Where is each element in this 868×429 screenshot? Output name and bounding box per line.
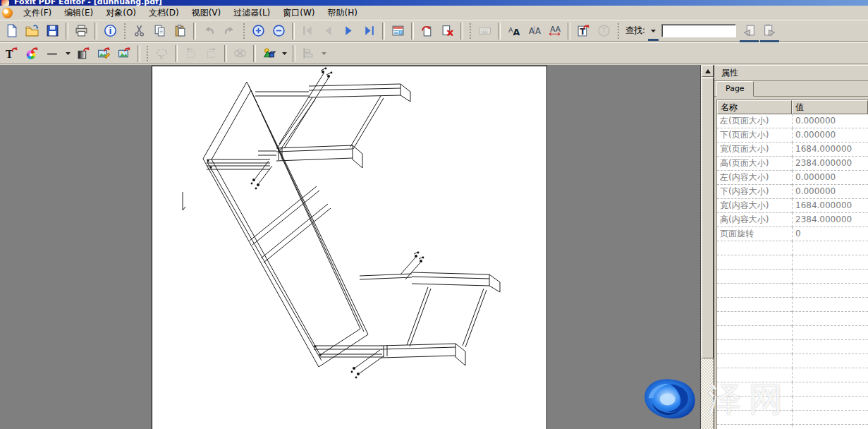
svg-text:T: T: [601, 27, 607, 35]
text-options-button[interactable]: T: [594, 22, 613, 40]
cut-button[interactable]: [130, 22, 149, 40]
redo-button[interactable]: [220, 22, 239, 40]
next-page-icon: [342, 24, 355, 37]
previous-page-button[interactable]: [319, 22, 338, 40]
document-info-button[interactable]: i: [101, 22, 120, 40]
property-row[interactable]: 左(页面大小)0.000000: [717, 114, 868, 128]
property-value[interactable]: 0.000000: [792, 114, 868, 128]
property-value[interactable]: 2384.000000: [792, 157, 868, 171]
cad-drawing: [152, 66, 546, 429]
menu-window[interactable]: 窗口(W): [276, 6, 321, 20]
undo-button[interactable]: [200, 22, 219, 40]
insert-color-object-button[interactable]: [23, 44, 42, 63]
paste-button[interactable]: [171, 22, 190, 40]
menu-filter[interactable]: 过滤器(L): [227, 6, 276, 20]
property-value[interactable]: 0.000000: [792, 171, 868, 185]
keyboard-input-button[interactable]: [475, 22, 494, 40]
property-value[interactable]: 0.000000: [792, 128, 868, 143]
property-value[interactable]: 1684.000000: [792, 143, 868, 157]
property-row[interactable]: 宽(页面大小)1684.000000: [717, 143, 868, 157]
delete-page-button[interactable]: [438, 22, 457, 40]
rotate-object-left-button[interactable]: [181, 44, 200, 63]
document-canvas[interactable]: [0, 65, 700, 429]
page-layout-button[interactable]: [389, 22, 408, 40]
new-document-button[interactable]: [2, 22, 21, 40]
zoom-in-button[interactable]: [249, 22, 268, 40]
find-previous-button[interactable]: [740, 22, 759, 40]
toolbar-separator: [293, 45, 295, 62]
add-text-icon: T: [577, 24, 590, 37]
menu-document[interactable]: 文档(D): [142, 6, 185, 20]
cut-icon: [133, 24, 146, 37]
add-text-button[interactable]: T: [574, 22, 593, 40]
property-row[interactable]: 下(内容大小)0.000000: [717, 185, 868, 199]
scroll-up-button[interactable]: [702, 65, 714, 77]
document-swirl-icon[interactable]: [2, 8, 13, 18]
next-page-button[interactable]: [339, 22, 358, 40]
align-dropdown[interactable]: [319, 46, 329, 61]
open-document-button[interactable]: [23, 22, 42, 40]
chevron-down-icon: [321, 49, 327, 59]
open-icon: [25, 24, 39, 37]
tab-page[interactable]: Page: [716, 81, 754, 97]
font-width-button[interactable]: AA: [545, 22, 564, 40]
property-row[interactable]: 页面旋转0: [717, 227, 868, 241]
vertical-scrollbar[interactable]: [700, 65, 714, 429]
font-pair-icon: AA: [527, 24, 541, 37]
property-row[interactable]: 下(页面大小)0.000000: [717, 128, 868, 143]
print-button[interactable]: [72, 22, 91, 40]
property-row[interactable]: 高(内容大小)2384.000000: [717, 213, 868, 227]
property-name: 宽(页面大小): [717, 143, 792, 157]
property-row[interactable]: 高(页面大小)2384.000000: [717, 157, 868, 171]
find-next-button[interactable]: [760, 22, 779, 40]
first-page-button[interactable]: [298, 22, 317, 40]
color-wheel-icon: [25, 47, 39, 60]
insert-shape-button[interactable]: [259, 44, 279, 63]
toolbar-drag-handle[interactable]: [146, 46, 149, 61]
menu-help[interactable]: 帮助(H): [322, 6, 364, 20]
insert-text-object-button[interactable]: T: [2, 44, 21, 63]
toolbar-drag-handle[interactable]: [469, 23, 472, 39]
property-name: 左(内容大小): [717, 171, 792, 185]
select-lasso-button[interactable]: [152, 44, 171, 63]
insert-image-button[interactable]: [115, 44, 134, 63]
properties-panel: 属性 Page 名称 值 左(页面大小)0.000000下(页面大小)0.000…: [714, 65, 868, 429]
last-page-button[interactable]: [360, 22, 379, 40]
property-value[interactable]: 2384.000000: [792, 213, 868, 227]
panel-tabs: Page: [714, 81, 868, 97]
scrollbar-thumb[interactable]: [702, 78, 714, 358]
menu-view[interactable]: 视图(V): [185, 6, 228, 20]
insert-page-button[interactable]: [417, 22, 436, 40]
copy-button[interactable]: [150, 22, 169, 40]
delete-object-button[interactable]: [231, 44, 250, 63]
property-value[interactable]: 0.000000: [792, 185, 868, 199]
toolbar-separator: [253, 45, 256, 62]
property-name: 左(页面大小): [717, 114, 792, 128]
toolbar-drag-handle[interactable]: [617, 23, 620, 39]
menu-edit[interactable]: 编辑(E): [58, 6, 99, 20]
rotate-object-right-button[interactable]: [202, 44, 221, 63]
property-value[interactable]: 1684.000000: [792, 199, 868, 213]
font-style-button[interactable]: AA: [504, 22, 523, 40]
menu-object[interactable]: 对象(O): [99, 6, 142, 20]
property-row[interactable]: 左(内容大小)0.000000: [717, 171, 868, 185]
edit-image-button[interactable]: [94, 44, 114, 63]
property-name: 高(内容大小): [717, 213, 792, 227]
svg-text:A: A: [529, 26, 534, 36]
find-dropdown[interactable]: [648, 23, 659, 39]
font-compare-button[interactable]: AA: [525, 22, 544, 40]
line-style-button[interactable]: [43, 44, 62, 63]
insert-shading-button[interactable]: [74, 44, 93, 63]
toolbar-drag-handle[interactable]: [243, 23, 245, 39]
menu-file[interactable]: 文件(F): [17, 6, 58, 20]
pdf-page[interactable]: [152, 66, 547, 429]
align-objects-button[interactable]: [299, 44, 318, 63]
save-document-button[interactable]: [43, 22, 62, 40]
property-value[interactable]: 0: [792, 227, 868, 241]
zoom-out-button[interactable]: [269, 22, 288, 40]
find-input[interactable]: [661, 24, 736, 37]
line-style-dropdown[interactable]: [63, 46, 73, 61]
toolbar-drag-handle[interactable]: [123, 23, 126, 39]
insert-shape-dropdown[interactable]: [279, 46, 290, 61]
property-row[interactable]: 宽(内容大小)1684.000000: [717, 199, 868, 213]
